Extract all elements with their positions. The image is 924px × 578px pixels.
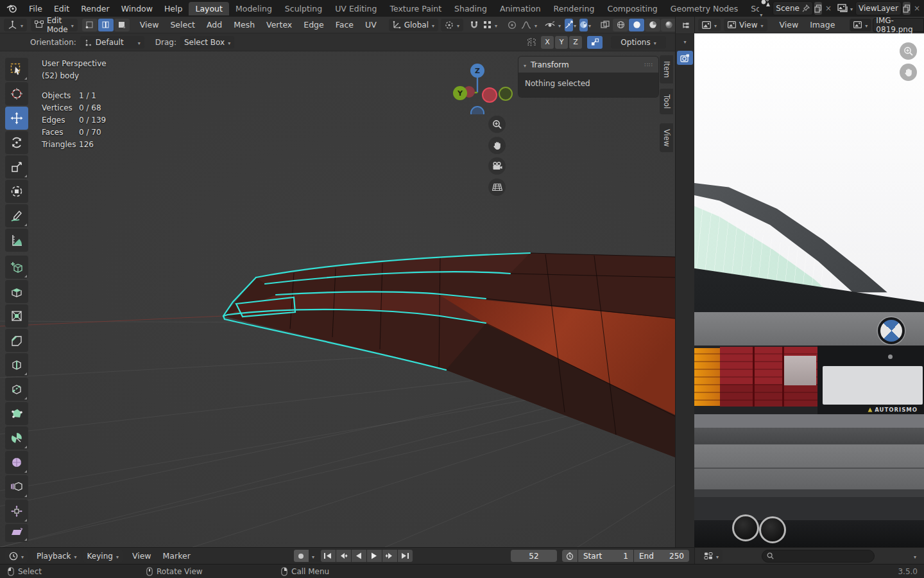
tool-edge-slide[interactable] [5,475,28,498]
zoom-icon[interactable] [488,116,506,133]
tool-extrude-region[interactable] [5,280,28,303]
tool-orientation-dropdown[interactable]: Default [80,36,144,49]
grid-ortho-icon[interactable] [488,179,506,196]
sidebar-tab-item[interactable]: Item [660,55,673,83]
workspace-tab-texture-paint[interactable]: Texture Paint [383,2,448,15]
viewport-menu-mesh[interactable]: Mesh [228,20,261,30]
view-layer-icon[interactable] [837,4,848,13]
mirror-x-button[interactable]: X [541,36,554,49]
proportional-editing-icon[interactable] [508,19,517,31]
workspace-tab-compositing[interactable]: Compositing [601,2,663,15]
menu-help[interactable]: Help [158,4,189,13]
show-gizmo-dropdown[interactable] [541,19,565,31]
transform-orientation-dropdown[interactable]: Global [389,19,438,31]
image-name-field[interactable]: IMG-0819.png [873,18,924,32]
play-button[interactable] [367,550,382,562]
car-body-mesh[interactable] [223,253,675,457]
tool-knife[interactable] [5,378,28,401]
viewport-canvas[interactable]: User Perspective (52) body Objects1 / 1 … [0,51,675,547]
shading-rendered-icon[interactable] [661,19,676,31]
use-preview-range-icon[interactable] [562,550,578,562]
tool-shrink-fatten[interactable] [5,500,28,523]
workspace-tab-animation[interactable]: Animation [493,2,547,15]
viewport-menu-edge[interactable]: Edge [298,20,329,30]
menu-render[interactable]: Render [75,4,116,13]
shading-material-icon[interactable] [645,19,660,31]
image-zoom-icon[interactable] [900,42,917,60]
tool-inset-faces[interactable] [5,304,28,328]
options-dropdown[interactable]: Options [611,36,666,49]
collapse-chevron-icon[interactable] [524,60,526,69]
workspace-tab-scripting[interactable]: Scripting [744,2,759,15]
workspace-tab-uv-editing[interactable]: UV Editing [329,2,383,15]
tool-scale[interactable] [5,155,28,179]
image-menu-image[interactable]: Image [804,20,841,30]
shading-wireframe-icon[interactable] [613,19,628,31]
drag-mode-dropdown[interactable]: Select Box [180,36,234,49]
transform-panel-header[interactable]: Transform ∷∷ [518,57,658,73]
pivot-point-dropdown[interactable] [441,19,463,31]
workspace-tab-layout[interactable]: Layout [189,2,229,15]
camera-view-icon[interactable] [488,157,506,175]
keying-set-chevron-icon[interactable] [312,552,314,561]
tool-spin[interactable] [5,426,28,450]
properties-filter-chevron-icon[interactable] [914,552,916,561]
jump-to-start-button[interactable] [321,550,336,562]
previous-keyframe-button[interactable] [336,550,351,562]
browse-scene-icon[interactable] [760,0,771,19]
next-keyframe-button[interactable] [382,550,397,562]
editor-type-image-icon[interactable] [698,19,721,31]
tool-smooth[interactable] [5,451,28,474]
pin-icon[interactable] [802,4,810,12]
snap-base-toggle-icon[interactable] [587,36,603,49]
auto-keying-record-icon[interactable] [294,550,309,562]
properties-editor-icon[interactable] [700,550,723,563]
mirror-z-button[interactable]: Z [569,36,582,49]
gizmo-axis-x-pos[interactable] [483,88,497,102]
tool-loop-cut[interactable] [5,353,28,376]
sidebar-tab-view[interactable]: View [660,123,673,152]
timeline-menu-marker[interactable]: Marker [157,551,196,561]
image-pan-hand-icon[interactable] [900,64,917,81]
select-mode-edge-icon[interactable] [98,19,114,31]
workspace-tab-shading[interactable]: Shading [448,2,493,15]
view-layer-field[interactable]: ViewLayer [855,1,902,15]
viewport-menu-uv[interactable]: UV [359,20,382,30]
viewport-menu-view[interactable]: View [134,20,165,30]
orientation-gizmo[interactable]: Z Y [449,57,513,114]
tool-cursor[interactable] [5,82,28,105]
tool-bevel[interactable] [5,329,28,352]
overlays-toggle-icon[interactable] [579,19,588,31]
gizmos-toggle-icon[interactable] [565,19,573,31]
properties-strip-chevron-icon[interactable] [683,37,686,46]
tool-measure[interactable] [5,229,28,252]
reference-image-canvas[interactable]: AUTORISMO [694,33,924,547]
properties-search-input[interactable] [762,550,875,563]
viewport-menu-vertex[interactable]: Vertex [261,20,298,30]
playback-dropdown[interactable]: Playback [33,550,81,563]
panel-grip-icon[interactable]: ∷∷ [645,62,653,68]
properties-tab-render[interactable] [677,51,693,65]
mode-dropdown[interactable]: Edit Mode [31,19,78,31]
play-reverse-button[interactable] [352,550,366,562]
tool-poly-build[interactable] [5,402,28,425]
jump-to-end-button[interactable] [398,550,413,562]
viewport-menu-select[interactable]: Select [164,20,201,30]
view-layer-chevron-icon[interactable] [850,4,853,13]
pan-hand-icon[interactable] [488,137,506,154]
tool-tweak-select[interactable] [5,58,28,81]
timeline-menu-view[interactable]: View [126,551,157,561]
snap-settings-dropdown[interactable] [479,19,501,31]
editor-type-timeline-icon[interactable] [5,550,28,563]
menu-file[interactable]: File [23,4,48,13]
tool-shear[interactable] [5,524,28,542]
tool-transform[interactable] [5,180,28,203]
tool-add-cube[interactable] [5,256,28,279]
select-mode-vertex-icon[interactable] [82,19,98,31]
tool-annotate[interactable] [5,204,28,227]
sidebar-tab-tool[interactable]: Tool [660,89,673,114]
select-mode-face-icon[interactable] [114,19,130,31]
unlink-scene-icon[interactable] [825,4,832,13]
workspace-tab-geometry-nodes[interactable]: Geometry Nodes [664,2,744,15]
proportional-falloff-dropdown[interactable] [517,19,541,31]
